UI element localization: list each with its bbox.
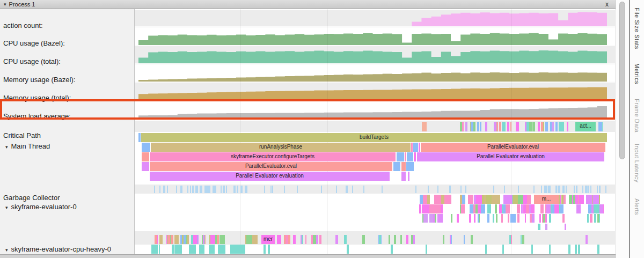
trace-slice[interactable] — [451, 235, 452, 244]
trace-slice[interactable] — [210, 245, 214, 254]
counter-chart[interactable] — [138, 10, 607, 26]
trace-slice[interactable] — [550, 214, 551, 223]
trace-slice[interactable] — [586, 235, 588, 244]
trace-slice[interactable] — [420, 195, 423, 204]
label-column-divider[interactable] — [134, 9, 135, 258]
trace-slice[interactable] — [495, 204, 497, 213]
trace-slice[interactable] — [411, 143, 413, 152]
trace-slice[interactable] — [574, 186, 575, 193]
trace-slice[interactable] — [468, 195, 473, 204]
trace-slice[interactable] — [209, 186, 210, 193]
trace-slice[interactable] — [426, 245, 427, 254]
trace-slice[interactable] — [471, 235, 473, 244]
trace-slice[interactable] — [142, 152, 149, 161]
trace-slice[interactable] — [462, 122, 464, 131]
trace-slice[interactable] — [252, 235, 258, 244]
trace-slice[interactable] — [506, 195, 512, 204]
trace-slice[interactable] — [587, 214, 589, 223]
trace-slice[interactable] — [176, 245, 178, 254]
trace-slice[interactable] — [545, 224, 547, 230]
trace-slice[interactable] — [465, 186, 466, 193]
trace-slice[interactable] — [159, 186, 161, 193]
trace-slice[interactable] — [555, 122, 557, 131]
trace-slice[interactable] — [548, 186, 549, 193]
trace-slice[interactable] — [494, 122, 496, 131]
trace-slice[interactable] — [419, 143, 420, 152]
trace-slice[interactable] — [568, 245, 570, 254]
trace-slice[interactable] — [422, 122, 427, 131]
trace-slice[interactable] — [428, 186, 429, 193]
trace-slice[interactable] — [313, 235, 316, 244]
trace-slice[interactable] — [510, 122, 511, 131]
trace-slice[interactable] — [567, 122, 568, 131]
trace-slice[interactable] — [503, 204, 506, 213]
trace-slice[interactable] — [268, 245, 269, 254]
trace-slice[interactable] — [246, 186, 247, 193]
trace-slice[interactable] — [477, 122, 479, 131]
trace-slice[interactable] — [172, 245, 174, 254]
trace-slice[interactable] — [460, 186, 462, 193]
trace-slice[interactable] — [293, 235, 296, 244]
counter-chart[interactable] — [138, 83, 607, 100]
trace-slice[interactable] — [363, 186, 364, 193]
trace-slice[interactable] — [406, 235, 408, 244]
trace-slice[interactable] — [501, 214, 503, 223]
trace-slice[interactable] — [545, 186, 546, 193]
trace-slice[interactable]: mer — [261, 235, 275, 244]
trace-slice[interactable] — [487, 214, 490, 223]
trace-slice[interactable] — [526, 122, 529, 131]
collapse-arrow-icon[interactable]: ▾ — [5, 144, 8, 150]
trace-slice[interactable] — [171, 235, 173, 244]
trace-slice[interactable] — [532, 122, 535, 131]
trace-slice[interactable] — [504, 186, 505, 193]
trace-slice[interactable] — [532, 214, 535, 223]
counter-chart[interactable] — [138, 101, 607, 118]
trace-slice[interactable] — [586, 195, 593, 204]
trace-slice[interactable] — [484, 195, 486, 204]
trace-slice[interactable] — [464, 235, 465, 244]
trace-slice[interactable]: Parallel Evaluator evaluation — [417, 152, 604, 161]
trace-slice[interactable] — [182, 235, 184, 244]
trace-slice[interactable] — [555, 186, 557, 193]
trace-slice[interactable] — [163, 186, 164, 193]
trace-slice[interactable] — [540, 204, 544, 213]
trace-slice[interactable] — [415, 186, 417, 193]
trace-slice[interactable] — [517, 214, 519, 223]
trace-slice[interactable] — [190, 186, 191, 193]
trace-slice[interactable] — [413, 143, 418, 152]
sidebar-tab-alerts[interactable]: Alerts — [634, 198, 640, 215]
trace-slice[interactable] — [578, 245, 580, 254]
trace-slice[interactable] — [599, 186, 601, 193]
trace-slice[interactable] — [474, 204, 475, 213]
trace-slice[interactable] — [513, 214, 515, 223]
trace-slice[interactable] — [499, 122, 501, 131]
trace-slice[interactable] — [419, 204, 421, 213]
process-header[interactable]: ▾ Process 1 x — [0, 0, 616, 9]
trace-slice[interactable] — [336, 186, 337, 193]
trace-slice[interactable] — [522, 235, 524, 244]
trace-slice[interactable] — [335, 235, 338, 244]
trace-slice[interactable] — [588, 204, 591, 213]
trace-slice[interactable] — [573, 195, 576, 204]
trace-slice[interactable] — [525, 214, 526, 223]
trace-slice[interactable] — [321, 186, 322, 193]
trace-slice[interactable] — [502, 245, 504, 254]
trace-slice[interactable] — [513, 195, 518, 204]
trace-slice[interactable] — [181, 186, 183, 193]
trace-slice[interactable] — [408, 172, 409, 181]
counter-chart[interactable] — [138, 46, 607, 63]
trace-slice[interactable] — [590, 186, 592, 193]
trace-slice[interactable] — [541, 186, 542, 193]
trace-slice[interactable] — [178, 245, 180, 254]
trace-slice[interactable] — [465, 122, 467, 131]
trace-slice[interactable] — [576, 186, 577, 193]
trace-slice[interactable] — [538, 224, 540, 230]
sidebar-tab-file-size-stats[interactable]: File Size Stats — [634, 8, 640, 49]
thread-label[interactable]: ▾skyframe-evaluator-0 — [5, 203, 77, 211]
trace-slice[interactable] — [579, 195, 584, 204]
trace-slice[interactable] — [457, 214, 459, 223]
trace-slice[interactable] — [487, 204, 491, 213]
trace-slice[interactable] — [193, 235, 197, 244]
trace-slice[interactable] — [203, 235, 204, 244]
trace-slice[interactable] — [429, 214, 433, 223]
